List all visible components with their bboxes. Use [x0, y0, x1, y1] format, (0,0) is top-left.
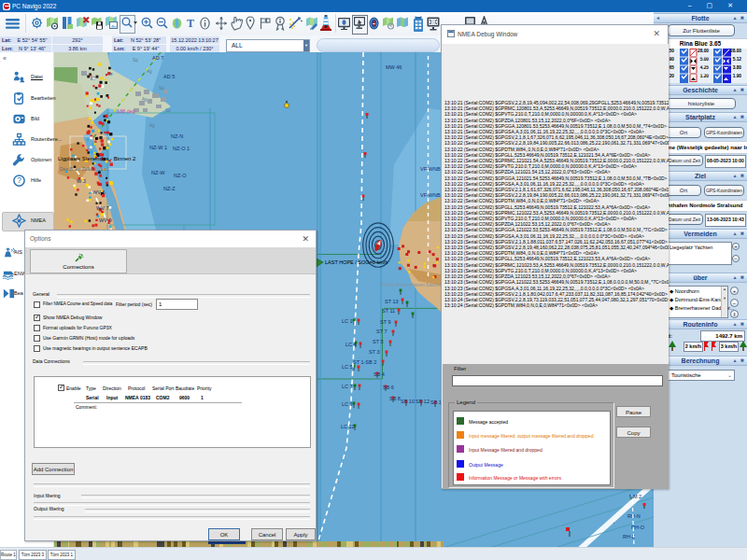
svg-text:Ag: Ag: [147, 69, 152, 74]
svg-text:LC 5: LC 5: [342, 364, 353, 370]
svg-text:NZ-Z: NZ-Z: [163, 186, 176, 191]
svg-text:AD 5: AD 5: [163, 74, 175, 79]
svg-text:SB 8: SB 8: [389, 396, 401, 401]
svg-text:LAST HOPE / SOG=0 km/h: LAST HOPE / SOG=0 km/h: [325, 259, 388, 265]
svg-text:Sq: Sq: [133, 58, 138, 63]
svg-text:MW 46: MW 46: [386, 64, 402, 70]
svg-text:LC 4: LC 4: [345, 342, 357, 347]
svg-text:W 3: W 3: [77, 178, 86, 184]
svg-text:ST 9: ST 9: [380, 319, 391, 325]
svg-text:VF-WNB: VF-WNB: [420, 166, 441, 172]
svg-text:WV 9: WV 9: [99, 217, 111, 223]
svg-text:AD 7: AD 7: [152, 55, 163, 61]
svg-text:RH-N: RH-N: [627, 513, 641, 519]
svg-text:WV 7: WV 7: [96, 205, 108, 211]
svg-text:SB 10: SB 10: [401, 399, 415, 404]
svg-text:?: ?: [17, 175, 21, 185]
svg-text:NZ-O 1: NZ-O 1: [173, 146, 190, 151]
svg-text:Ag: Ag: [149, 123, 155, 128]
svg-text:Sq: Sq: [165, 108, 171, 113]
svg-text:SB 6: SB 6: [383, 385, 394, 390]
svg-text:NZ-O: NZ-O: [174, 173, 187, 178]
svg-text:LC 7: LC 7: [342, 384, 353, 389]
svg-text:LC 9: LC 9: [342, 401, 353, 407]
svg-text:Den B. en Zelke invaart.: Den B. en Zelke invaart.: [60, 166, 110, 172]
svg-text:Sq: Sq: [159, 86, 164, 91]
svg-text:NZ-N: NZ-N: [171, 133, 183, 139]
svg-text:NM 2: NM 2: [629, 494, 641, 499]
svg-text:LC 1: LC 1: [342, 318, 353, 324]
svg-text:LC 12: LC 12: [341, 424, 355, 429]
svg-text:NZ-W 1: NZ-W 1: [149, 145, 167, 150]
svg-text:ST 1-SB 2: ST 1-SB 2: [353, 359, 376, 365]
svg-text:SB 4: SB 4: [374, 371, 385, 377]
svg-text:138 deg: 138 deg: [117, 108, 135, 114]
svg-text:VF-WNB: VF-WNB: [420, 192, 441, 198]
svg-text:ST 3: ST 3: [369, 349, 380, 355]
svg-text:ST 13: ST 13: [385, 299, 399, 304]
svg-text:Ligplaats Stenendus - Binnen 2: Ligplaats Stenendus - Binnen 2: [58, 156, 136, 161]
svg-text:SB 12: SB 12: [416, 399, 430, 404]
svg-text:Ag: Ag: [142, 97, 148, 102]
svg-text:ST 5: ST 5: [373, 339, 384, 344]
svg-text:NZ-W: NZ-W: [151, 170, 165, 175]
svg-text:ST 7: ST 7: [376, 329, 388, 334]
svg-text:ST 11: ST 11: [382, 308, 395, 314]
svg-text:WV 6: WV 6: [92, 189, 105, 195]
